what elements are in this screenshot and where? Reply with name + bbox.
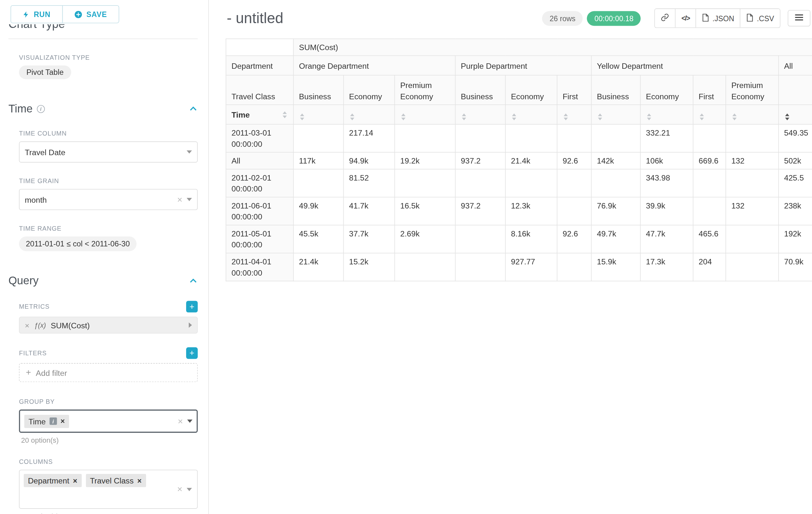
pivot-value-cell: 21.4k — [505, 152, 557, 169]
time-range-value[interactable]: 2011-01-01 ≤ col < 2011-06-30 — [19, 237, 137, 251]
remove-tag-icon[interactable]: × — [73, 477, 77, 484]
column-sort-cell[interactable] — [456, 105, 505, 124]
clipped-chart-type-heading: Chart Type — [8, 24, 208, 33]
pivot-value-cell — [293, 124, 343, 152]
pivot-value-cell: 47.7k — [640, 225, 693, 253]
chart-header: - untitled 26 rows 00:00:00.18 </> — [226, 0, 812, 35]
sort-up-arrow — [300, 113, 304, 116]
pivot-value-cell — [505, 169, 557, 197]
time-axis-sort-cell[interactable]: Time — [226, 105, 293, 124]
column-sort-cell[interactable] — [505, 105, 557, 124]
export-csv-button[interactable]: .CSV — [740, 9, 780, 27]
sort-up-arrow — [732, 113, 736, 116]
time-column-label: TIME COLUMN — [19, 130, 208, 137]
sort-up-arrow — [598, 113, 602, 116]
share-link-button[interactable] — [655, 9, 675, 27]
travel-class-header-cell: Economy — [505, 75, 557, 105]
pivot-corner-cell — [226, 39, 293, 56]
export-json-button[interactable]: .JSON — [696, 9, 740, 27]
file-icon — [702, 13, 709, 23]
column-sort-cell[interactable] — [395, 105, 456, 124]
pivot-value-cell: 332.21 — [640, 124, 693, 152]
lightning-icon — [23, 10, 30, 18]
column-sort-cell[interactable] — [343, 105, 395, 124]
sort-down-arrow — [462, 117, 466, 120]
add-filter-plus-button[interactable]: + — [186, 347, 198, 359]
sort-down-arrow — [785, 117, 789, 120]
collapse-chevron-icon[interactable] — [190, 104, 197, 114]
selected-option-tag: Timei× — [24, 414, 69, 428]
pivot-value-cell — [693, 197, 726, 225]
collapse-chevron-icon[interactable] — [190, 276, 197, 286]
visualization-type-value[interactable]: Pivot Table — [19, 65, 71, 79]
run-button-label: RUN — [34, 10, 50, 18]
chevron-down-icon[interactable] — [187, 488, 192, 491]
time-row-header: 2011-02-01 00:00:00 — [226, 169, 293, 197]
sort-toggle-icon — [562, 112, 569, 121]
column-info-icon: i — [50, 417, 57, 425]
query-section-title: Query — [8, 274, 38, 287]
pivot-value-cell: 81.52 — [343, 169, 395, 197]
time-grain-select[interactable]: month × — [19, 189, 198, 210]
sort-descending-icon — [784, 112, 790, 121]
remove-tag-icon[interactable]: × — [137, 477, 142, 484]
pivot-value-cell: 92.6 — [557, 152, 591, 169]
time-axis-label: Time — [231, 109, 250, 120]
save-button[interactable]: SAVE — [62, 6, 119, 23]
view-query-button[interactable]: </> — [675, 9, 696, 27]
more-options-button[interactable] — [788, 10, 811, 26]
column-sort-cell[interactable] — [591, 105, 640, 124]
sort-toggle-icon — [461, 112, 467, 121]
visualization-type-label: VISUALIZATION TYPE — [19, 54, 208, 61]
pivot-value-cell — [293, 169, 343, 197]
chevron-right-icon[interactable] — [189, 323, 192, 328]
pivot-value-cell — [395, 169, 456, 197]
department-header-cell: All — [779, 56, 812, 75]
columns-select[interactable]: Department×Travel Class× × — [19, 470, 198, 509]
sort-down-arrow — [598, 117, 602, 120]
clear-icon[interactable]: × — [178, 417, 183, 426]
column-sort-cell[interactable] — [640, 105, 693, 124]
link-icon — [661, 13, 669, 23]
clear-icon[interactable]: × — [177, 485, 182, 494]
add-filter-button[interactable]: + Add filter — [19, 363, 198, 382]
sort-toggle-icon — [282, 110, 288, 119]
row-total-sort-cell[interactable] — [779, 105, 812, 124]
pivot-value-cell: 37.7k — [343, 225, 395, 253]
time-row-header: 2011-03-01 00:00:00 — [226, 124, 293, 152]
chart-title[interactable]: - untitled — [227, 10, 283, 27]
metric-item[interactable]: × ƒ(x) SUM(Cost) — [19, 317, 198, 334]
time-section-header: Time i — [8, 103, 208, 115]
run-button[interactable]: RUN — [11, 6, 62, 23]
pivot-value-cell: 45.5k — [293, 225, 343, 253]
sort-down-arrow — [563, 117, 568, 120]
travel-class-header-cell: First — [693, 75, 726, 105]
query-section-header: Query — [8, 274, 208, 287]
time-grain-label: TIME GRAIN — [19, 177, 208, 185]
group-by-label: GROUP BY — [19, 398, 208, 405]
run-save-button-group: RUN SAVE — [10, 5, 119, 23]
add-metric-button[interactable]: + — [186, 301, 198, 312]
remove-metric-icon[interactable]: × — [25, 321, 29, 330]
pivot-value-cell: 12.3k — [505, 197, 557, 225]
column-sort-cell[interactable] — [726, 105, 778, 124]
time-column-select[interactable]: Travel Date — [19, 141, 198, 163]
chevron-down-icon[interactable] — [187, 420, 192, 423]
pivot-value-cell: 425.5 — [779, 169, 812, 197]
columns-options-hint: 19 option(s) — [19, 512, 208, 514]
group-by-select[interactable]: Timei× × — [19, 410, 198, 433]
clear-icon[interactable]: × — [177, 195, 182, 204]
column-sort-cell[interactable] — [557, 105, 591, 124]
pivot-table: SUM(Cost)DepartmentOrange DepartmentPurp… — [226, 38, 812, 281]
chevron-down-icon — [187, 150, 192, 154]
pivot-value-cell — [693, 124, 726, 152]
time-grain-value: month — [25, 195, 173, 204]
pivot-value-cell: 549.35 — [779, 124, 812, 152]
remove-tag-icon[interactable]: × — [61, 417, 65, 425]
column-sort-cell[interactable] — [293, 105, 343, 124]
pivot-value-cell: 937.2 — [456, 197, 505, 225]
time-range-label: TIME RANGE — [19, 225, 208, 232]
column-sort-cell[interactable] — [693, 105, 726, 124]
pivot-value-cell: 204 — [693, 253, 726, 281]
add-filter-label: Add filter — [36, 368, 67, 377]
